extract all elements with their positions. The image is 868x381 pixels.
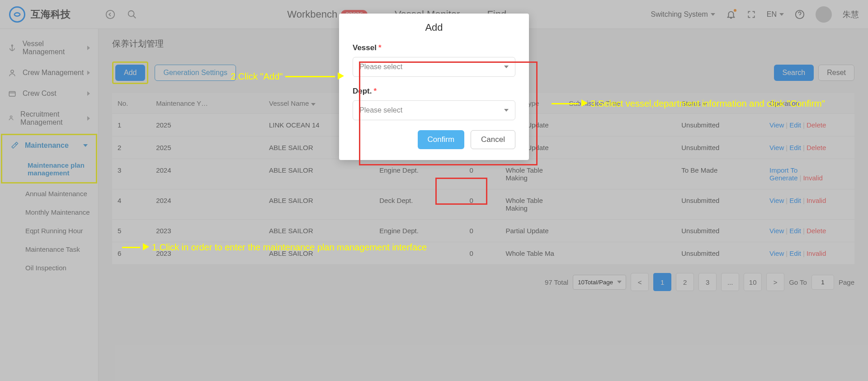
- vessel-label: Vessel*: [353, 43, 515, 52]
- chevron-down-icon: [504, 66, 509, 68]
- dept-select[interactable]: Please select: [353, 100, 515, 120]
- chevron-down-icon: [504, 109, 509, 112]
- modal-title: Add: [353, 22, 515, 33]
- confirm-button[interactable]: Confirm: [418, 130, 465, 149]
- vessel-select[interactable]: Please select: [353, 57, 515, 77]
- dept-label: Dept.*: [353, 87, 515, 96]
- cancel-button[interactable]: Cancel: [471, 130, 515, 149]
- add-modal: Add Vessel* Please select Dept.* Please …: [339, 14, 529, 160]
